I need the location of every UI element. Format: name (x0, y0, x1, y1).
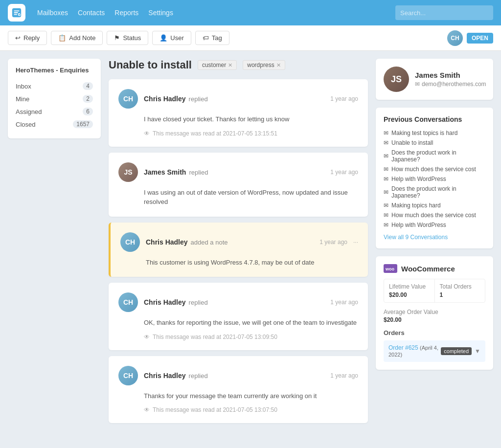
center-column: Unable to install customer ✕ wordpress ✕… (109, 59, 368, 440)
msg-time-4: 1 year ago (330, 299, 358, 306)
msg-body-2: I was using an out of date version of Wo… (144, 188, 358, 207)
nav-links: Mailboxes Contacts Reports Settings (37, 9, 384, 17)
mail-icon-0: ✉ (384, 130, 388, 136)
eye-icon-1: 👁 (144, 130, 150, 137)
top-nav: Mailboxes Contacts Reports Settings (0, 0, 501, 25)
user-button[interactable]: 👤 User (152, 31, 191, 45)
sidebar-item-inbox[interactable]: Inbox 4 (16, 80, 93, 92)
sidebar-card: HeroThemes - Enquiries Inbox 4 Mine 2 As… (8, 59, 101, 138)
mail-icon-3: ✉ (384, 166, 388, 173)
prev-conv-2[interactable]: ✉ Does the product work in Japanese? (384, 148, 485, 164)
msg-author-5: Chris Hadley (144, 372, 186, 380)
view-all-conversations[interactable]: View all 9 Conversations (384, 234, 485, 241)
prev-conv-3[interactable]: ✉ How much does the service cost (384, 164, 485, 174)
flag-icon: ⚑ (114, 34, 120, 42)
message-4: CH Chris Hadley replied 1 year ago OK, t… (109, 283, 368, 350)
add-note-button[interactable]: 📋 Add Note (51, 31, 103, 45)
msg-author-1: Chris Hadley (144, 95, 186, 103)
msg-author-2: James Smith (144, 168, 186, 176)
ticket-title: Unable to install (109, 59, 192, 71)
prev-conv-1[interactable]: ✉ Unable to install (384, 138, 485, 148)
msg-body-1: I have closed your ticket. Thanks for le… (144, 114, 358, 124)
tag-wordpress[interactable]: wordpress ✕ (243, 60, 285, 70)
nav-settings[interactable]: Settings (148, 9, 173, 17)
sidebar-title: HeroThemes - Enquiries (16, 67, 93, 74)
search-input[interactable] (395, 5, 493, 20)
msg-time-5: 1 year ago (330, 372, 358, 379)
nav-contacts[interactable]: Contacts (78, 9, 105, 17)
msg-body-3: This customer is using WordPress 4.7.8, … (146, 258, 358, 268)
prev-conv-0[interactable]: ✉ Making test topics is hard (384, 128, 485, 138)
msg-author-4: Chris Hadley (144, 298, 186, 306)
note-icon: 📋 (58, 34, 66, 42)
avatar-chris-1: CH (118, 89, 138, 109)
mail-icon-6: ✉ (384, 202, 388, 209)
prev-conv-4[interactable]: ✉ Help with WordPress (384, 174, 485, 184)
prev-conv-6[interactable]: ✉ Making topics hard (384, 201, 485, 210)
mail-icon-8: ✉ (384, 222, 388, 228)
sidebar-item-closed[interactable]: Closed 1657 (16, 118, 93, 131)
avatar-chris-5: CH (118, 366, 138, 385)
msg-author-3: Chris Hadley (146, 238, 188, 246)
msg-time-3: 1 year ago (319, 239, 347, 246)
order-status: completed (441, 347, 472, 355)
message-2: JS James Smith replied 1 year ago I was … (109, 153, 368, 217)
note-actions[interactable]: ··· (353, 239, 358, 246)
mail-icon-7: ✉ (384, 212, 388, 219)
contact-name: James Smith (415, 71, 486, 79)
msg-action-1: replied (189, 95, 208, 103)
mail-icon-4: ✉ (384, 176, 388, 182)
message-1: CH Chris Hadley replied 1 year ago I hav… (109, 79, 368, 147)
avatar-james-2: JS (118, 162, 138, 182)
contact-email: ✉ demo@herothemes.com (415, 81, 486, 88)
orders-title: Orders (384, 329, 485, 336)
message-5: CH Chris Hadley replied 1 year ago Thank… (109, 356, 368, 424)
prev-conv-title: Previous Conversations (384, 115, 485, 123)
sidebar-item-assigned[interactable]: Assigned 6 (16, 105, 93, 118)
mail-icon-2: ✉ (384, 153, 388, 159)
msg-body-5: Thanks for your message the team current… (144, 391, 358, 401)
contact-info: James Smith ✉ demo@herothemes.com (415, 71, 486, 88)
toolbar: ↩ Reply 📋 Add Note ⚑ Status 👤 User 🏷 Tag… (0, 25, 501, 51)
reply-button[interactable]: ↩ Reply (8, 31, 47, 45)
msg-action-3: added a note (191, 239, 228, 246)
msg-action-4: replied (189, 299, 208, 306)
msg-time-1: 1 year ago (330, 95, 358, 102)
ticket-header: Unable to install customer ✕ wordpress ✕ (109, 59, 368, 71)
remove-customer-tag[interactable]: ✕ (228, 62, 232, 68)
nav-reports[interactable]: Reports (114, 9, 138, 17)
message-3-note: CH Chris Hadley added a note 1 year ago … (109, 223, 368, 277)
svg-text:woo: woo (385, 267, 394, 271)
msg-read-5: 👁 This message was read at 2021-07-05 13… (144, 406, 358, 413)
mail-icon-1: ✉ (384, 139, 388, 146)
main-layout: HeroThemes - Enquiries Inbox 4 Mine 2 As… (0, 51, 501, 448)
sidebar-item-mine[interactable]: Mine 2 (16, 92, 93, 105)
woo-stats: Lifetime Value $20.00 Total Orders 1 (384, 279, 485, 303)
msg-action-5: replied (189, 372, 208, 380)
contact-card: JS James Smith ✉ demo@herothemes.com (376, 59, 493, 100)
email-icon: ✉ (415, 81, 420, 88)
msg-read-1: 👁 This message was read at 2021-07-05 13… (144, 130, 358, 137)
msg-time-2: 1 year ago (330, 169, 358, 176)
remove-wordpress-tag[interactable]: ✕ (276, 62, 281, 68)
tag-customer[interactable]: customer ✕ (198, 60, 237, 70)
lifetime-value-stat: Lifetime Value $20.00 (384, 279, 435, 302)
woo-logo: woo (384, 264, 397, 273)
prev-conv-8[interactable]: ✉ Help with WordPress (384, 220, 485, 230)
order-link[interactable]: Order #625 (388, 344, 418, 351)
tag-button[interactable]: 🏷 Tag (195, 31, 229, 45)
prev-conv-5[interactable]: ✉ Does the product work in Japanese? (384, 184, 485, 201)
prev-conv-7[interactable]: ✉ How much does the service cost (384, 210, 485, 220)
status-button[interactable]: ⚑ Status (107, 31, 148, 45)
nav-mailboxes[interactable]: Mailboxes (37, 9, 68, 17)
msg-action-2: replied (189, 169, 208, 176)
total-orders-stat: Total Orders 1 (435, 279, 485, 302)
user-icon: 👤 (159, 34, 167, 42)
woo-header: woo WooCommerce (384, 264, 485, 273)
msg-read-4: 👁 This message was read at 2021-07-05 13… (144, 334, 358, 340)
sidebar: HeroThemes - Enquiries Inbox 4 Mine 2 As… (8, 59, 101, 440)
avg-order-section: Average Order Value $20.00 (384, 309, 485, 323)
right-panel: JS James Smith ✉ demo@herothemes.com Pre… (376, 59, 493, 440)
chevron-down-icon[interactable]: ▼ (475, 348, 480, 355)
eye-icon-4: 👁 (144, 334, 150, 340)
